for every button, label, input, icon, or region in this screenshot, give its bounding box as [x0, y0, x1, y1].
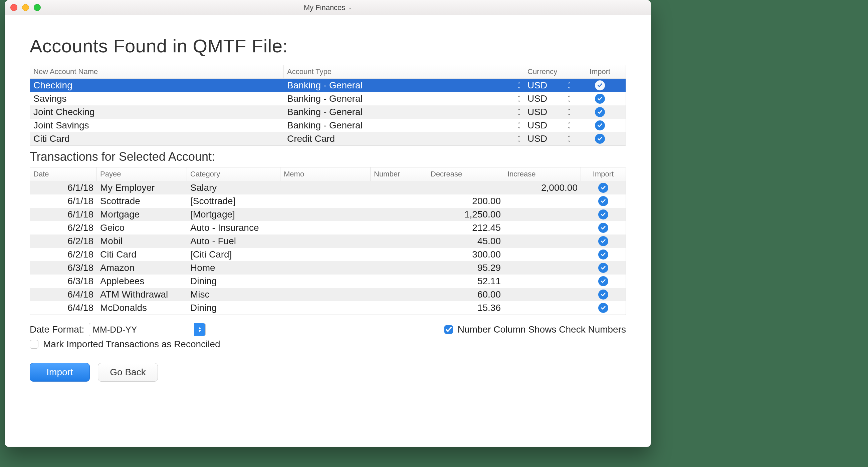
account-currency-cell[interactable]: USD⌃⌄	[524, 92, 574, 105]
stepper-icon[interactable]: ⌃⌄	[516, 123, 522, 128]
account-import-cell	[574, 119, 626, 132]
account-currency-cell[interactable]: USD⌃⌄	[524, 132, 574, 145]
tx-number-cell	[371, 234, 427, 248]
go-back-button[interactable]: Go Back	[98, 363, 158, 381]
transaction-row[interactable]: 6/4/18ATM WithdrawalMisc60.00	[30, 288, 626, 301]
transaction-row[interactable]: 6/2/18MobilAuto - Fuel45.00	[30, 234, 626, 248]
date-format-select[interactable]: MM-DD-YY ▲▼	[89, 323, 206, 336]
transaction-row[interactable]: 6/1/18Mortgage[Mortgage]1,250.00	[30, 208, 626, 221]
tx-decrease-cell: 52.11	[427, 274, 504, 288]
titlebar[interactable]: My Finances ⌄	[5, 0, 651, 15]
col-payee[interactable]: Payee	[97, 167, 187, 181]
stepper-icon[interactable]: ⌃⌄	[516, 109, 522, 115]
account-import-cell	[574, 132, 626, 145]
tx-increase-cell	[504, 274, 581, 288]
account-import-cell	[574, 79, 626, 92]
check-icon[interactable]	[595, 80, 605, 90]
account-currency-cell[interactable]: USD⌃⌄	[524, 119, 574, 132]
account-type-cell[interactable]: Credit Card⌃⌄	[284, 132, 524, 145]
col-tx-import[interactable]: Import	[581, 167, 626, 181]
account-row[interactable]: Joint SavingsBanking - General⌃⌄USD⌃⌄	[30, 119, 626, 132]
stepper-icon[interactable]: ⌃⌄	[566, 96, 572, 101]
transaction-row[interactable]: 6/1/18Scottrade[Scottrade]200.00	[30, 195, 626, 208]
close-icon[interactable]	[10, 4, 18, 11]
col-number[interactable]: Number	[371, 167, 427, 181]
col-account-type[interactable]: Account Type	[284, 65, 524, 78]
tx-decrease-cell: 1,250.00	[427, 208, 504, 221]
number-column-checkbox[interactable]	[444, 325, 453, 334]
check-icon[interactable]	[598, 183, 608, 193]
account-row[interactable]: SavingsBanking - General⌃⌄USD⌃⌄	[30, 92, 626, 105]
tx-number-cell	[371, 208, 427, 221]
stepper-icon[interactable]: ⌃⌄	[566, 109, 572, 115]
check-icon[interactable]	[598, 290, 608, 300]
stepper-icon[interactable]: ⌃⌄	[516, 136, 522, 141]
col-currency[interactable]: Currency	[524, 65, 574, 78]
col-category[interactable]: Category	[187, 167, 280, 181]
check-icon[interactable]	[598, 236, 608, 246]
account-name-cell[interactable]: Checking	[30, 79, 284, 92]
stepper-icon[interactable]: ⌃⌄	[566, 123, 572, 128]
check-icon[interactable]	[595, 94, 605, 104]
transaction-row[interactable]: 6/3/18AmazonHome95.29	[30, 261, 626, 274]
account-type-cell[interactable]: Banking - General⌃⌄	[284, 119, 524, 132]
tx-category: Misc	[190, 289, 210, 300]
stepper-icon[interactable]: ⌃⌄	[566, 83, 572, 88]
check-icon[interactable]	[598, 303, 608, 313]
import-button[interactable]: Import	[30, 363, 90, 381]
tx-date-cell: 6/4/18	[30, 301, 97, 314]
account-type-cell[interactable]: Banking - General⌃⌄	[284, 79, 524, 92]
account-row[interactable]: Citi CardCredit Card⌃⌄USD⌃⌄	[30, 132, 626, 145]
col-import[interactable]: Import	[574, 65, 626, 78]
check-icon[interactable]	[598, 209, 608, 220]
tx-decrease: 300.00	[472, 249, 501, 260]
tx-date-cell: 6/1/18	[30, 208, 97, 221]
account-name-cell[interactable]: Savings	[30, 92, 284, 105]
chevron-down-icon[interactable]: ⌄	[348, 5, 352, 10]
account-name-cell[interactable]: Joint Checking	[30, 105, 284, 119]
account-currency-cell[interactable]: USD⌃⌄	[524, 79, 574, 92]
stepper-icon[interactable]: ⌃⌄	[516, 96, 522, 101]
col-memo[interactable]: Memo	[280, 167, 371, 181]
check-icon[interactable]	[595, 134, 605, 144]
check-icon[interactable]	[598, 196, 608, 206]
account-name-cell[interactable]: Joint Savings	[30, 119, 284, 132]
tx-payee-cell: My Employer	[97, 181, 187, 195]
tx-increase-cell: 2,000.00	[504, 181, 581, 195]
transaction-row[interactable]: 6/2/18GeicoAuto - Insurance212.45	[30, 221, 626, 234]
tx-number-cell	[371, 195, 427, 208]
check-icon[interactable]	[598, 223, 608, 233]
transaction-row[interactable]: 6/2/18Citi Card[Citi Card]300.00	[30, 248, 626, 261]
account-import-cell	[574, 105, 626, 119]
stepper-icon[interactable]: ⌃⌄	[516, 83, 522, 88]
tx-decrease-cell: 15.36	[427, 301, 504, 314]
transaction-row[interactable]: 6/4/18McDonaldsDining15.36	[30, 301, 626, 314]
account-name: Savings	[33, 93, 67, 104]
check-icon[interactable]	[598, 263, 608, 273]
account-row[interactable]: Joint CheckingBanking - General⌃⌄USD⌃⌄	[30, 105, 626, 119]
account-currency-cell[interactable]: USD⌃⌄	[524, 105, 574, 119]
zoom-icon[interactable]	[34, 4, 41, 11]
check-icon[interactable]	[595, 107, 605, 117]
check-icon[interactable]	[598, 249, 608, 260]
tx-decrease-cell: 60.00	[427, 288, 504, 301]
col-account-name[interactable]: New Account Name	[30, 65, 284, 78]
mark-reconciled-label: Mark Imported Transactions as Reconciled	[43, 339, 220, 349]
tx-category-cell: Dining	[187, 301, 280, 314]
col-increase[interactable]: Increase	[504, 167, 581, 181]
transaction-row[interactable]: 6/3/18ApplebeesDining52.11	[30, 274, 626, 288]
tx-payee-cell: Amazon	[97, 261, 187, 274]
stepper-icon[interactable]: ⌃⌄	[566, 136, 572, 141]
col-date[interactable]: Date	[30, 167, 97, 181]
account-type-cell[interactable]: Banking - General⌃⌄	[284, 92, 524, 105]
check-icon[interactable]	[595, 121, 605, 130]
col-decrease[interactable]: Decrease	[427, 167, 504, 181]
check-icon[interactable]	[598, 276, 608, 286]
account-row[interactable]: CheckingBanking - General⌃⌄USD⌃⌄	[30, 79, 626, 92]
minimize-icon[interactable]	[22, 4, 29, 11]
mark-reconciled-checkbox[interactable]	[30, 340, 38, 348]
tx-category: Home	[190, 263, 215, 273]
account-name-cell[interactable]: Citi Card	[30, 132, 284, 145]
transaction-row[interactable]: 6/1/18My EmployerSalary2,000.00	[30, 181, 626, 195]
account-type-cell[interactable]: Banking - General⌃⌄	[284, 105, 524, 119]
